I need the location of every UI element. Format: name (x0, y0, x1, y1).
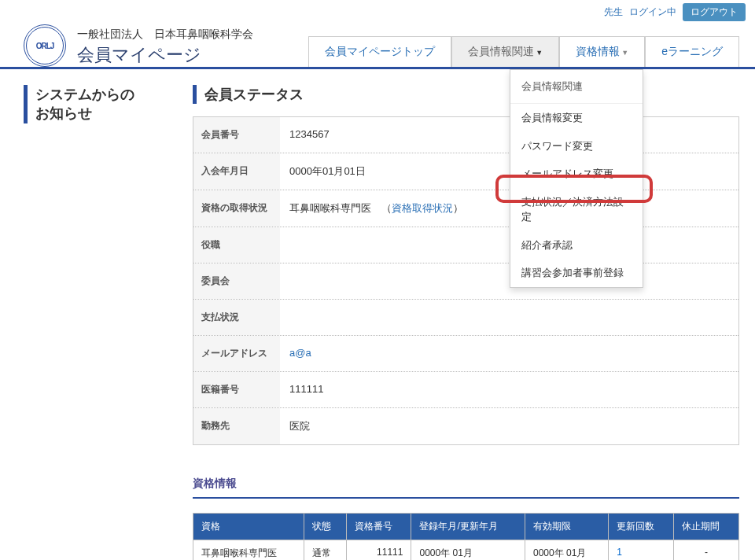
nav-label: 資格情報 (576, 45, 620, 57)
label: 支払状況 (193, 300, 280, 335)
reg-l1: 0000年 01月 (419, 547, 472, 558)
content: 会員情報関連 会員情報変更 パスワード変更 メールアドレス変更 支払状況／決済方… (0, 69, 755, 560)
row-qualification: 資格の取得状況 耳鼻咽喉科専門医 （資格取得状況） (193, 190, 738, 227)
table-header-row: 資格 状態 資格番号 登録年月/更新年月 有効期限 更新回数 休止期間 (193, 514, 739, 540)
value: a@a (280, 336, 738, 371)
row-position: 役職 (193, 227, 738, 263)
row-member-no: 会員番号 1234567 (193, 117, 738, 153)
status-title: 会員ステータス (193, 85, 739, 104)
th-number: 資格番号 (346, 514, 411, 540)
dropdown-item-change-email[interactable]: メールアドレス変更 (510, 160, 643, 188)
row-join-date: 入会年月日 0000年01月01日 (193, 153, 738, 190)
logout-button[interactable]: ログアウト (683, 3, 746, 21)
th-renew: 更新回数 (609, 514, 674, 540)
label: 勤務先 (193, 408, 280, 444)
email-link[interactable]: a@a (289, 347, 311, 359)
qualification-link[interactable]: 資格取得状況 (392, 202, 453, 214)
th-expiry: 有効期限 (525, 514, 609, 540)
table-row: 耳鼻咽喉科専門医 新基準 通常 11111 0000年 01月 0000年 01… (193, 540, 739, 561)
value-prefix: 耳鼻咽喉科専門医 （ (289, 202, 392, 214)
renew-link[interactable]: 1 (617, 547, 622, 558)
title-block: 一般社団法人 日本耳鼻咽喉科学会 会員マイページ (77, 28, 253, 67)
td-name: 耳鼻咽喉科専門医 新基準 (193, 540, 304, 561)
user-label: 先生 (604, 6, 623, 19)
dropdown-item-introducer[interactable]: 紹介者承認 (510, 231, 643, 260)
row-committee: 委員会 (193, 263, 738, 299)
header: ORLJ 一般社団法人 日本耳鼻咽喉科学会 会員マイページ 会員マイページトップ… (0, 24, 755, 67)
th-reg: 登録年月/更新年月 (411, 514, 525, 540)
caret-down-icon: ▼ (621, 49, 628, 57)
qualification-table: 資格 状態 資格番号 登録年月/更新年月 有効期限 更新回数 休止期間 耳鼻咽喉… (193, 513, 739, 560)
value (280, 300, 738, 335)
qualification-title: 資格情報 (193, 477, 739, 499)
nav: 会員マイページトップ 会員情報関連▼ 資格情報▼ eラーニング (308, 36, 739, 67)
nav-label: eラーニング (661, 45, 723, 57)
nav-qualification[interactable]: 資格情報▼ (559, 36, 645, 67)
th-name: 資格 (193, 514, 304, 540)
label: 役職 (193, 227, 280, 263)
nav-member-info[interactable]: 会員情報関連▼ (451, 36, 559, 67)
member-info-dropdown: 会員情報関連 会員情報変更 パスワード変更 メールアドレス変更 支払状況／決済方… (510, 69, 643, 288)
main: 会員ステータス 会員番号 1234567 入会年月日 0000年01月01日 資… (186, 69, 755, 560)
td-renew: 1 (609, 540, 674, 561)
sidebar-title: システムからの お知らせ (24, 85, 172, 123)
dropdown-item-change-info[interactable]: 会員情報変更 (510, 104, 643, 132)
sidebar-title-line1: システムからの (35, 87, 134, 102)
label: 委員会 (193, 263, 280, 299)
label: 医籍番号 (193, 372, 280, 407)
dropdown-header: 会員情報関連 (510, 70, 643, 104)
value-suffix: ） (453, 202, 463, 214)
top-bar: 先生 ログイン中 ログアウト (0, 0, 755, 24)
label: 入会年月日 (193, 153, 280, 190)
logo-icon: ORLJ (24, 24, 66, 67)
login-status[interactable]: ログイン中 (629, 6, 676, 19)
name-l1: 耳鼻咽喉科専門医 (201, 547, 277, 558)
qualification-section: 資格情報 資格 状態 資格番号 登録年月/更新年月 有効期限 更新回数 休止期間 (193, 477, 739, 560)
value: 111111 (280, 372, 738, 407)
row-email: メールアドレス a@a (193, 335, 738, 371)
sidebar: システムからの お知らせ (0, 69, 186, 560)
caret-down-icon: ▼ (536, 49, 543, 57)
page-title: 会員マイページ (77, 43, 253, 67)
nav-label: 会員マイページトップ (325, 45, 435, 57)
status-table: 会員番号 1234567 入会年月日 0000年01月01日 資格の取得状況 耳… (193, 116, 739, 445)
td-pause: - (674, 540, 739, 561)
label: 資格の取得状況 (193, 190, 280, 227)
nav-elearning[interactable]: eラーニング (645, 36, 739, 67)
dropdown-item-seminar-register[interactable]: 講習会参加者事前登録 (510, 259, 643, 287)
nav-mypage-top[interactable]: 会員マイページトップ (308, 36, 451, 67)
label: 会員番号 (193, 117, 280, 153)
nav-label: 会員情報関連 (468, 45, 534, 57)
td-number: 11111 (346, 540, 411, 561)
value: 医院 (280, 408, 738, 444)
td-reg: 0000年 01月 0000年 01月 (411, 540, 525, 561)
row-workplace: 勤務先 医院 (193, 407, 738, 444)
label: メールアドレス (193, 336, 280, 371)
sidebar-title-line2: お知らせ (35, 105, 92, 121)
dropdown-item-payment[interactable]: 支払状況／決済方法設定 (510, 188, 643, 231)
row-payment: 支払状況 (193, 299, 738, 335)
th-pause: 休止期間 (674, 514, 739, 540)
td-state: 通常 (304, 540, 346, 561)
dropdown-item-change-password[interactable]: パスワード変更 (510, 132, 643, 160)
td-expiry: 0000年 01月 (525, 540, 609, 561)
org-name: 一般社団法人 日本耳鼻咽喉科学会 (77, 28, 253, 42)
th-state: 状態 (304, 514, 346, 540)
row-doctor-no: 医籍番号 111111 (193, 371, 738, 407)
